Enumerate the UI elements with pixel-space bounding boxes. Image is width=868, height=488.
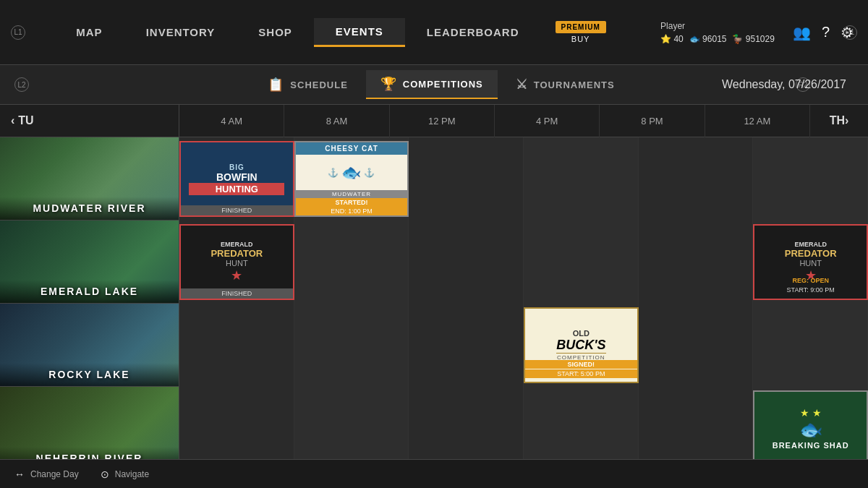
sub-navigation: L2 📋 SCHEDULE 🏆 COMPETITIONS ⚔ TOURNAMEN… — [0, 65, 868, 105]
premium-badge: PREMIUM — [556, 21, 606, 33]
emerald-hunt-open[interactable]: EMERALD PREDATOR HUNT ★ REG: OPEN START:… — [753, 224, 868, 300]
emerald2-hunt: HUNT — [799, 259, 822, 267]
time-12pm: 12 PM — [390, 105, 495, 137]
competitions-icon: 🏆 — [380, 76, 397, 92]
l1-hint: L1 — [11, 25, 25, 40]
buy-button[interactable]: BUY — [571, 35, 590, 43]
grid-cell — [409, 387, 524, 459]
tab-tournaments[interactable]: ⚔ TOURNAMENTS — [501, 71, 629, 98]
emerald-name: EMERALD LAKE — [0, 280, 179, 303]
change-day-icon: ↔ — [14, 468, 25, 480]
oldbuck-signed: SIGNED! — [525, 360, 637, 369]
grid-cell — [409, 137, 524, 221]
breaking-title: BREAKING SHAD — [773, 441, 849, 450]
grid-cell — [639, 221, 754, 304]
nav-map[interactable]: MAP — [54, 19, 124, 46]
grid-cell — [639, 387, 754, 459]
prev-day-button[interactable]: ‹ TU — [11, 114, 34, 127]
grid-cell — [409, 304, 524, 387]
nav-leaderboard[interactable]: LEADERBOARD — [405, 19, 541, 46]
grid-cell — [179, 304, 294, 387]
bottom-bar: ↔ Change Day ⊙ Navigate — [0, 459, 868, 488]
emerald2-title: EMERALD — [794, 241, 827, 248]
emerald-row: EMERALD LAKE EMERALD PREDATOR HUNT ★ — [0, 221, 868, 304]
rocky-events: OLD BUCK'S COMPETITION SIGNED! START: 5:… — [179, 304, 868, 387]
cheesy-cat-event[interactable]: CHEESY CAT ⚓ 🐟 ⚓ MUDWATER STARTED! END: … — [294, 141, 409, 217]
bowfin-title2: BOWFIN — [216, 171, 258, 183]
navigate-icon: ⊙ — [101, 468, 109, 480]
oldbuck-buck: BUCK'S — [556, 338, 605, 353]
navigate-label: Navigate — [115, 469, 149, 479]
breaking-shad-event[interactable]: ★ ★ 🐟 BREAKING SHAD — [753, 390, 868, 459]
mudwater-name: MUDWATER RIVER — [0, 197, 179, 220]
breaking-stars: ★ ★ — [800, 407, 822, 419]
next-day-button[interactable]: TH › — [810, 114, 868, 127]
time-8am: 8 AM — [284, 105, 389, 137]
tab-schedule[interactable]: 📋 SCHEDULE — [253, 71, 362, 98]
neherrin-events: ★ ★ 🐟 BREAKING SHAD — [179, 387, 868, 459]
change-day-label: Change Day — [30, 469, 79, 479]
nav-events[interactable]: EVENTS — [314, 18, 405, 47]
player-currency2: 🦆 951029 — [732, 34, 774, 44]
l2-hint: L2 — [14, 77, 29, 92]
grid-cell — [753, 304, 868, 387]
tournaments-icon: ⚔ — [516, 77, 528, 93]
neherrin-row: NEHERRIN RIVER ★ ★ 🐟 BREAKING SHAD — [0, 387, 868, 459]
grid-cell — [179, 387, 294, 459]
cheesy-status: STARTED! — [296, 198, 408, 207]
emerald1-status: FINISHED — [181, 288, 293, 299]
player-info: Player ⭐ 40 🐟 96015 🦆 951029 — [660, 21, 775, 44]
grid-cell — [639, 304, 754, 387]
fish-icon: 🐟 — [341, 163, 361, 182]
rocky-row: ROCKY LAKE OLD BUCK'S COMPETITION SIGNED… — [0, 304, 868, 387]
grid-cell — [524, 387, 639, 459]
calendar: ‹ TU 4 AM 8 AM 12 PM 4 PM 8 PM 12 AM TH … — [0, 105, 868, 459]
help-button[interactable]: ? — [822, 24, 830, 40]
rocky-name: ROCKY LAKE — [0, 363, 179, 386]
schedule-icon: 📋 — [268, 77, 284, 93]
oldbuck-event[interactable]: OLD BUCK'S COMPETITION SIGNED! START: 5:… — [524, 307, 639, 383]
neherrin-cell: NEHERRIN RIVER — [0, 387, 179, 459]
time-12am: 12 AM — [705, 105, 810, 137]
top-navigation: L1 MAP INVENTORY SHOP EVENTS LEADERBOARD… — [0, 0, 868, 65]
player-stars: ⭐ 40 — [660, 34, 684, 44]
emerald1-title: EMERALD — [221, 241, 253, 248]
player-stats: ⭐ 40 🐟 96015 🦆 951029 — [660, 34, 775, 44]
grid-cell — [294, 304, 409, 387]
time-cells: 4 AM 8 AM 12 PM 4 PM 8 PM 12 AM — [179, 105, 810, 137]
anchor-left-icon: ⚓ — [328, 168, 339, 178]
mudwater-events: BIG BOWFIN HUNTING FINISHED CHEESY CAT ⚓… — [179, 137, 868, 221]
r1-hint: R1 — [843, 25, 857, 40]
player-currency1: 🐟 96015 — [689, 34, 727, 44]
day-nav-cell: ‹ TU — [0, 105, 179, 137]
bowfin-event[interactable]: BIG BOWFIN HUNTING FINISHED — [179, 141, 294, 217]
mudwater-cell: MUDWATER RIVER — [0, 137, 179, 220]
emerald1-sub: PREDATOR — [210, 248, 263, 259]
emerald2-start: START: 9:00 PM — [754, 282, 867, 295]
oldbuck-start: START: 5:00 PM — [525, 369, 637, 378]
nav-items: MAP INVENTORY SHOP EVENTS LEADERBOARD PR… — [0, 18, 660, 47]
grid-cell — [524, 137, 639, 221]
bowfin-title3: HUNTING — [189, 183, 284, 195]
change-day-hint: ↔ Change Day — [14, 468, 79, 480]
grid-cell — [753, 137, 868, 221]
grid-cell — [294, 221, 409, 304]
time-8pm: 8 PM — [600, 105, 705, 137]
time-4am: 4 AM — [179, 105, 284, 137]
time-header: ‹ TU 4 AM 8 AM 12 PM 4 PM 8 PM 12 AM TH … — [0, 105, 868, 137]
emerald1-hunt: HUNT — [226, 259, 248, 267]
tab-competitions[interactable]: 🏆 COMPETITIONS — [366, 70, 498, 99]
player-name: Player — [660, 21, 685, 31]
breaking-fish-icon: 🐟 — [799, 419, 822, 441]
anchor-right-icon: ⚓ — [364, 168, 375, 178]
cheesy-end: END: 1:00 PM — [296, 207, 408, 215]
oldbuck-old: OLD — [573, 329, 590, 338]
nav-inventory[interactable]: INVENTORY — [124, 19, 237, 46]
emerald-hunt-finished[interactable]: EMERALD PREDATOR HUNT ★ FINISHED — [179, 224, 294, 300]
nav-shop[interactable]: SHOP — [237, 19, 314, 46]
cheesy-subtitle: MUDWATER — [296, 190, 408, 198]
emerald-events: EMERALD PREDATOR HUNT ★ FINISHED EMERALD… — [179, 221, 868, 304]
friends-button[interactable]: 👥 — [793, 24, 811, 41]
cheesy-header: CHEESY CAT — [296, 142, 408, 155]
grid-cell — [294, 387, 409, 459]
